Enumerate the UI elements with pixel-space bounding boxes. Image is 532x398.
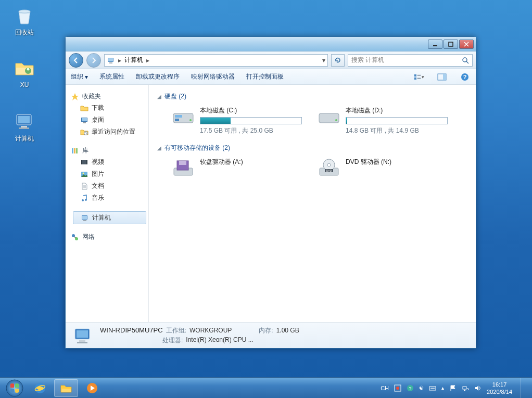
tray-expand-icon[interactable]: ▴ — [441, 385, 444, 391]
close-button[interactable] — [459, 40, 474, 49]
ime-mode-icon[interactable]: ☯ — [419, 385, 424, 391]
address-dropdown-icon[interactable]: ▾ — [322, 57, 325, 64]
titlebar[interactable] — [66, 37, 476, 52]
drive-n-label: DVD 驱动器 (N:) — [346, 158, 448, 166]
hard-drive-icon — [318, 106, 340, 127]
explorer-window: ▸ 计算机 ▸ ▾ 搜索 计算机 组织▾ 系统属性 卸载或更改程序 映射网络驱动… — [65, 36, 476, 349]
clock[interactable]: 16:17 2020/8/14 — [487, 381, 512, 395]
sidebar-item-recent[interactable]: 最近访问的位置 — [71, 126, 148, 138]
organize-menu[interactable]: 组织▾ — [71, 72, 88, 81]
sidebar-libraries[interactable]: 库 — [71, 145, 148, 156]
svg-rect-36 — [82, 216, 87, 219]
chevron-down-icon: ▾ — [422, 74, 424, 80]
cpu-key: 处理器: — [162, 336, 183, 345]
svg-rect-10 — [108, 58, 113, 61]
svg-point-51 — [327, 163, 331, 166]
svg-point-2 — [27, 68, 30, 71]
map-network-drive-button[interactable]: 映射网络驱动器 — [191, 72, 235, 81]
keyboard-icon[interactable] — [429, 385, 436, 391]
drive-n[interactable]: DVD DVD 驱动器 (N:) — [318, 158, 448, 178]
view-menu-button[interactable]: ▾ — [413, 72, 425, 82]
drive-d-space: 14.8 GB 可用 , 共 14.9 GB — [346, 126, 448, 135]
category-removable[interactable]: ◢有可移动存储的设备 (2) — [157, 144, 467, 152]
dvd-drive-icon: DVD — [318, 158, 340, 178]
drive-d[interactable]: 本地磁盘 (D:) 14.8 GB 可用 , 共 14.9 GB — [318, 106, 448, 135]
sidebar-item-music[interactable]: 音乐 — [71, 192, 148, 204]
sidebar-item-documents[interactable]: 文档 — [71, 180, 148, 192]
volume-icon[interactable] — [474, 384, 482, 392]
uninstall-program-button[interactable]: 卸载或更改程序 — [136, 72, 180, 81]
floppy-drive-icon — [172, 158, 195, 178]
svg-rect-16 — [417, 78, 421, 79]
content-area[interactable]: ◢硬盘 (2) 本地磁盘 (C:) 17.5 GB 可用 , 共 25.0 GB… — [149, 85, 476, 322]
sidebar-item-desktop[interactable]: 桌面 — [71, 114, 148, 126]
date: 2020/8/14 — [487, 388, 512, 395]
help-tray-icon[interactable]: ? — [407, 384, 414, 392]
computer-icon — [72, 325, 94, 346]
sidebar-network[interactable]: 网络 — [71, 232, 148, 242]
svg-rect-48 — [179, 161, 186, 165]
svg-rect-8 — [449, 42, 453, 46]
drive-d-usage-bar — [346, 117, 448, 124]
flag-icon[interactable] — [449, 384, 457, 392]
svg-rect-30 — [86, 160, 87, 164]
cpu-value: Intel(R) Xeon(R) CPU ... — [186, 336, 253, 345]
sidebar-favorites[interactable]: 收藏夹 — [71, 91, 148, 102]
taskbar-item-media-player[interactable] — [80, 379, 104, 397]
svg-text:?: ? — [409, 386, 412, 391]
refresh-button[interactable] — [331, 54, 345, 67]
drive-c[interactable]: 本地磁盘 (C:) 17.5 GB 可用 , 共 25.0 GB — [172, 106, 302, 135]
ime-icon[interactable] — [394, 384, 401, 392]
computer-icon — [14, 110, 35, 132]
svg-rect-26 — [74, 148, 75, 153]
sidebar-item-computer[interactable]: 计算机 — [73, 211, 146, 224]
show-desktop-button[interactable] — [521, 378, 527, 398]
desktop-icon-folder-xu[interactable]: XU — [6, 57, 43, 88]
memory-key: 内存: — [259, 326, 273, 335]
recycle-bin-icon — [14, 4, 35, 26]
svg-point-58 — [6, 380, 23, 396]
desktop-icon — [80, 116, 88, 124]
svg-rect-18 — [443, 74, 446, 80]
svg-rect-22 — [82, 118, 87, 121]
open-control-panel-button[interactable]: 打开控制面板 — [246, 72, 284, 81]
navigation-pane: 收藏夹 下载 桌面 最近访问的位置 库 视频 图片 文档 音乐 计算机 网络 — [66, 85, 149, 322]
desktop-icon-computer[interactable]: 计算机 — [6, 110, 43, 143]
memory-value: 1.00 GB — [276, 327, 299, 334]
svg-point-63 — [396, 387, 399, 390]
drive-a-label: 软盘驱动器 (A:) — [200, 158, 302, 166]
workgroup-value: WORKGROUP — [189, 327, 232, 334]
breadcrumb-computer[interactable]: 计算机 — [124, 56, 143, 65]
back-button[interactable] — [69, 53, 83, 68]
drive-a[interactable]: 软盘驱动器 (A:) — [172, 158, 302, 178]
desktop-icon-recycle-bin[interactable]: 回收站 — [6, 4, 43, 37]
address-bar[interactable]: ▸ 计算机 ▸ ▾ — [104, 54, 328, 67]
preview-pane-button[interactable] — [436, 72, 448, 82]
taskbar-item-explorer[interactable] — [54, 379, 78, 397]
maximize-button[interactable] — [444, 40, 458, 49]
drive-c-space: 17.5 GB 可用 , 共 25.0 GB — [200, 126, 302, 135]
start-button[interactable] — [3, 379, 26, 397]
libraries-icon — [71, 147, 79, 155]
language-indicator[interactable]: CH — [381, 385, 389, 391]
svg-rect-13 — [414, 74, 416, 76]
computer-name: WIN-RDIP50MU7PC — [100, 326, 163, 334]
breadcrumb-sep-icon: ▸ — [146, 57, 149, 64]
details-pane: WIN-RDIP50MU7PC 工作组: WORKGROUP 内存: 1.00 … — [66, 322, 476, 348]
forward-button[interactable] — [86, 53, 101, 68]
help-button[interactable]: ? — [459, 72, 471, 82]
search-input[interactable]: 搜索 计算机 — [348, 54, 473, 67]
network-tray-icon[interactable] — [462, 384, 469, 392]
minimize-button[interactable] — [428, 40, 442, 49]
category-hard-disks[interactable]: ◢硬盘 (2) — [157, 92, 467, 101]
drive-c-usage-bar — [200, 117, 302, 124]
svg-rect-37 — [83, 220, 86, 221]
svg-rect-23 — [83, 122, 86, 123]
svg-rect-7 — [433, 45, 437, 46]
sidebar-item-downloads[interactable]: 下载 — [71, 102, 148, 114]
svg-rect-55 — [77, 330, 88, 338]
sidebar-item-videos[interactable]: 视频 — [71, 156, 148, 168]
taskbar-item-ie[interactable] — [28, 379, 52, 397]
sidebar-item-pictures[interactable]: 图片 — [71, 168, 148, 180]
system-properties-button[interactable]: 系统属性 — [99, 72, 124, 81]
